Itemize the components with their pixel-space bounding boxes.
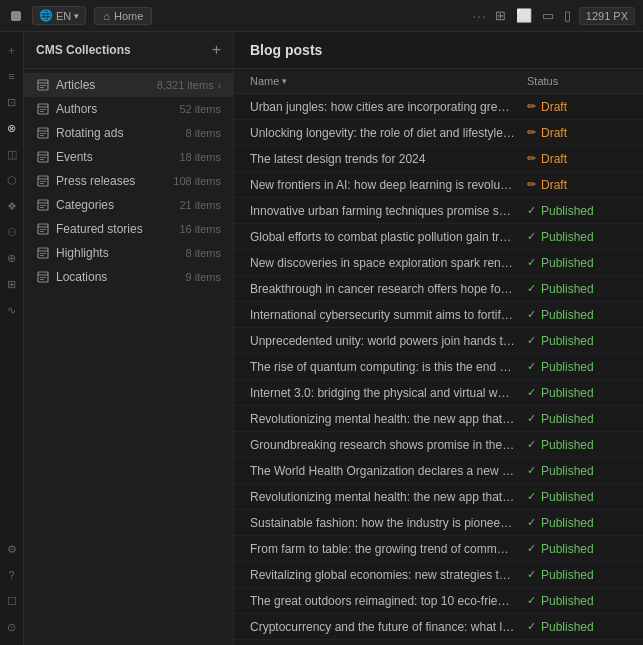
check-icon: ✓ bbox=[527, 620, 536, 633]
table-row[interactable]: The great outdoors reimagined: top 10 ec… bbox=[234, 588, 643, 614]
edit-icon: ✏ bbox=[527, 100, 536, 113]
row-name: New frontiers in AI: how deep learning i… bbox=[250, 178, 527, 192]
svg-rect-8 bbox=[38, 128, 48, 138]
sidebar-item-authors[interactable]: Authors 52 items bbox=[24, 97, 233, 121]
collection-icon bbox=[36, 78, 50, 92]
sidebar-item-count: 8,321 items bbox=[157, 79, 214, 91]
table-row[interactable]: New frontiers in AI: how deep learning i… bbox=[234, 172, 643, 198]
more-options-button[interactable]: ··· bbox=[472, 8, 487, 24]
home-button[interactable]: ⌂ Home bbox=[94, 7, 152, 25]
table-header: Name ▾ Status bbox=[234, 69, 643, 94]
sidebar-item-count: 9 items bbox=[186, 271, 221, 283]
row-name: Unprecedented unity: world powers join h… bbox=[250, 334, 527, 348]
rail-help-icon[interactable]: ? bbox=[2, 565, 22, 585]
sidebar-item-rotating-ads[interactable]: Rotating ads 8 items bbox=[24, 121, 233, 145]
rail-components-icon[interactable]: ❖ bbox=[2, 196, 22, 216]
sidebar-items: Articles 8,321 items › Authors 52 items … bbox=[24, 69, 233, 645]
table-row[interactable]: Revitalizing global economies: new strat… bbox=[234, 562, 643, 588]
table-row[interactable]: Sustainable fashion: how the industry is… bbox=[234, 510, 643, 536]
sidebar-item-label: Highlights bbox=[56, 246, 186, 260]
language-selector[interactable]: 🌐 EN ▾ bbox=[32, 6, 86, 25]
rail-analytics-icon[interactable]: ∿ bbox=[2, 300, 22, 320]
table-row[interactable]: The World Health Organization declares a… bbox=[234, 458, 643, 484]
lang-label: EN bbox=[56, 10, 71, 22]
table-row[interactable]: Revolutionizing mental health: the new a… bbox=[234, 406, 643, 432]
add-collection-button[interactable]: + bbox=[212, 42, 221, 58]
rail-settings-icon[interactable]: ⚙ bbox=[2, 539, 22, 559]
desktop-icon[interactable]: ▭ bbox=[542, 8, 554, 23]
rail-account-icon[interactable]: ⊙ bbox=[2, 617, 22, 637]
table-row[interactable]: Revolutionizing mental health: the new a… bbox=[234, 484, 643, 510]
rail-cms-icon[interactable]: ⊗ bbox=[2, 118, 22, 138]
table-row[interactable]: Unlocking longevity: the role of diet an… bbox=[234, 120, 643, 146]
row-name: The great outdoors reimagined: top 10 ec… bbox=[250, 594, 527, 608]
row-name: Groundbreaking research shows promise in… bbox=[250, 438, 527, 452]
row-status: ✓ Published bbox=[527, 620, 627, 634]
sidebar-item-press-releases[interactable]: Press releases 108 items bbox=[24, 169, 233, 193]
svg-rect-28 bbox=[38, 248, 48, 258]
sidebar-item-articles[interactable]: Articles 8,321 items › bbox=[24, 73, 233, 97]
table-row[interactable]: Groundbreaking research shows promise in… bbox=[234, 432, 643, 458]
table-row[interactable]: Cryptocurrency and the future of finance… bbox=[234, 614, 643, 640]
table-row[interactable]: Unprecedented unity: world powers join h… bbox=[234, 328, 643, 354]
rail-notifications-icon[interactable]: ☐ bbox=[2, 591, 22, 611]
sidebar-item-events[interactable]: Events 18 items bbox=[24, 145, 233, 169]
svg-rect-24 bbox=[38, 224, 48, 234]
rail-apps-icon[interactable]: ⊞ bbox=[2, 274, 22, 294]
row-status: ✓ Published bbox=[527, 412, 627, 426]
row-name: International cybersecurity summit aims … bbox=[250, 308, 527, 322]
sidebar-item-locations[interactable]: Locations 9 items bbox=[24, 265, 233, 289]
content-area: Blog posts Name ▾ Status Urban jungles: … bbox=[234, 32, 643, 645]
sidebar-item-count: 52 items bbox=[179, 103, 221, 115]
row-name: The latest design trends for 2024 bbox=[250, 152, 527, 166]
svg-rect-20 bbox=[38, 200, 48, 210]
collection-title: Blog posts bbox=[250, 42, 322, 58]
table-row[interactable]: The latest design trends for 2024 ✏ Draf… bbox=[234, 146, 643, 172]
row-status: ✓ Published bbox=[527, 282, 627, 296]
sidebar-item-count: 8 items bbox=[186, 127, 221, 139]
edit-icon: ✏ bbox=[527, 152, 536, 165]
main-area: ＋ ≡ ⊡ ⊗ ◫ ⬡ ❖ ⚇ ⊕ ⊞ ∿ ⚙ ? ☐ ⊙ CMS Collec… bbox=[0, 32, 643, 645]
row-name: Unlocking longevity: the role of diet an… bbox=[250, 126, 527, 140]
sidebar-item-featured-stories[interactable]: Featured stories 16 items bbox=[24, 217, 233, 241]
sidebar-item-label: Articles bbox=[56, 78, 157, 92]
rail-logic-icon[interactable]: ⊕ bbox=[2, 248, 22, 268]
name-column-header[interactable]: Name ▾ bbox=[250, 75, 527, 87]
row-status: ✓ Published bbox=[527, 256, 627, 270]
mobile-icon[interactable]: ▯ bbox=[564, 8, 571, 23]
row-name: Breakthrough in cancer research offers h… bbox=[250, 282, 527, 296]
table-row[interactable]: New discoveries in space exploration spa… bbox=[234, 250, 643, 276]
row-status: ✓ Published bbox=[527, 568, 627, 582]
sidebar-item-highlights[interactable]: Highlights 8 items bbox=[24, 241, 233, 265]
row-name: Global efforts to combat plastic polluti… bbox=[250, 230, 527, 244]
table-row[interactable]: Innovative urban farming techniques prom… bbox=[234, 198, 643, 224]
rail-add-icon[interactable]: ＋ bbox=[2, 40, 22, 60]
table-row[interactable]: Urban jungles: how cities are incorporat… bbox=[234, 94, 643, 120]
row-name: Urban jungles: how cities are incorporat… bbox=[250, 100, 527, 114]
lang-icon: 🌐 bbox=[39, 9, 53, 22]
rail-media-icon[interactable]: ⬡ bbox=[2, 170, 22, 190]
row-name: Internet 3.0: bridging the physical and … bbox=[250, 386, 527, 400]
sidebar-item-label: Events bbox=[56, 150, 179, 164]
sidebar-item-categories[interactable]: Categories 21 items bbox=[24, 193, 233, 217]
rail-layers-icon[interactable]: ≡ bbox=[2, 66, 22, 86]
tablet-icon[interactable]: ⬜ bbox=[516, 8, 532, 23]
home-icon: ⌂ bbox=[103, 10, 110, 22]
sidebar-item-label: Locations bbox=[56, 270, 186, 284]
table-row[interactable]: International cybersecurity summit aims … bbox=[234, 302, 643, 328]
table-row[interactable]: Global efforts to combat plastic polluti… bbox=[234, 224, 643, 250]
check-icon: ✓ bbox=[527, 438, 536, 451]
table-row[interactable]: Breakthrough in cancer research offers h… bbox=[234, 276, 643, 302]
rail-ecommerce-icon[interactable]: ◫ bbox=[2, 144, 22, 164]
sidebar-item-count: 108 items bbox=[173, 175, 221, 187]
layout-icon[interactable]: ⊞ bbox=[495, 8, 506, 23]
rail-users-icon[interactable]: ⚇ bbox=[2, 222, 22, 242]
row-status: ✓ Published bbox=[527, 204, 627, 218]
table-row[interactable]: From farm to table: the growing trend of… bbox=[234, 536, 643, 562]
rail-pages-icon[interactable]: ⊡ bbox=[2, 92, 22, 112]
table-row[interactable]: Virtual reality concerts: the new fronti… bbox=[234, 640, 643, 645]
table-row[interactable]: The rise of quantum computing: is this t… bbox=[234, 354, 643, 380]
check-icon: ✓ bbox=[527, 230, 536, 243]
row-status: ✏ Draft bbox=[527, 126, 627, 140]
table-row[interactable]: Internet 3.0: bridging the physical and … bbox=[234, 380, 643, 406]
